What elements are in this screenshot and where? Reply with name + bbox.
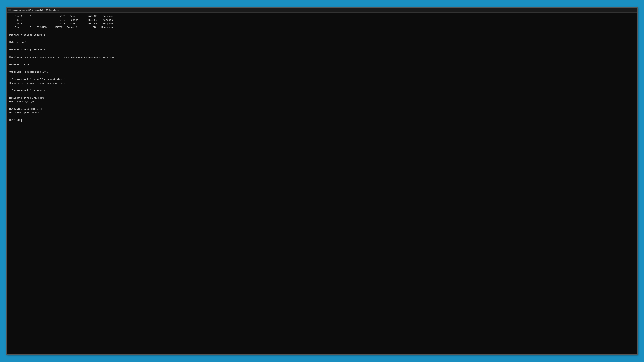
- cmd-window: ok Администратор: X:\windows\SYSTEM32\cm…: [6, 7, 638, 355]
- blank-line: [9, 85, 634, 89]
- prompt-text: M:\Boot>: [9, 118, 21, 122]
- blank-line: [9, 52, 634, 55]
- terminal-body[interactable]: Том 1 C NTFS Раздел 579 МБ Исправен Том …: [7, 12, 637, 354]
- cmd-line: M:\Boot>bootrec /fixboot: [9, 96, 634, 100]
- table-row: Том 1 C NTFS Раздел 579 МБ Исправен: [9, 14, 634, 18]
- blank-line: [9, 29, 634, 33]
- blank-line: [9, 44, 634, 48]
- blank-line: [9, 104, 634, 107]
- cmd-line: X:\Sources>cd /d m:\efi\microsoft\boot\: [9, 78, 634, 81]
- cmd-line: M:\Boot>attrib BCD-s -h -r: [9, 107, 634, 111]
- table-row: Том 4 E ESD-USB FAT32 Сменный 14 ГБ Испр…: [9, 26, 634, 29]
- cmd-line: DISKPART> exit: [9, 63, 634, 66]
- output-line: Отказано в доступе.: [9, 100, 634, 104]
- blank-line: [9, 115, 634, 118]
- table-row: Том 3 D NTFS Раздел 931 ГБ Исправен: [9, 22, 634, 26]
- blank-line: [9, 74, 634, 77]
- table-row: Том 2 F NTFS Раздел 334 ГБ Исправен: [9, 18, 634, 22]
- blank-line: [9, 37, 634, 40]
- output-line: Выбран том 1.: [9, 40, 634, 44]
- cmd-line: X:\Sources>cd /d M:\Boot\: [9, 89, 634, 92]
- output-line: DiskPart: назначение имени диска или точ…: [9, 55, 634, 59]
- cmd-line: DISKPART> assign letter M:: [9, 48, 634, 52]
- window-title: Администратор: X:\windows\SYSTEM32\cmd.e…: [12, 9, 58, 11]
- blank-line: [9, 66, 634, 70]
- output-line: Завершение работы DiskPart...: [9, 70, 634, 74]
- output-line: Системе не удается найти указанный путь.: [9, 81, 634, 85]
- blank-line: [9, 93, 634, 96]
- window-icon: ok: [8, 8, 11, 11]
- output-line: Не найден файл: BCD-s: [9, 111, 634, 115]
- title-bar: ok Администратор: X:\windows\SYSTEM32\cm…: [7, 7, 637, 12]
- cmd-line: DISKPART> select volume 1: [9, 33, 634, 37]
- prompt-line: M:\Boot>: [9, 118, 634, 122]
- cursor: [21, 119, 22, 122]
- blank-line: [9, 59, 634, 63]
